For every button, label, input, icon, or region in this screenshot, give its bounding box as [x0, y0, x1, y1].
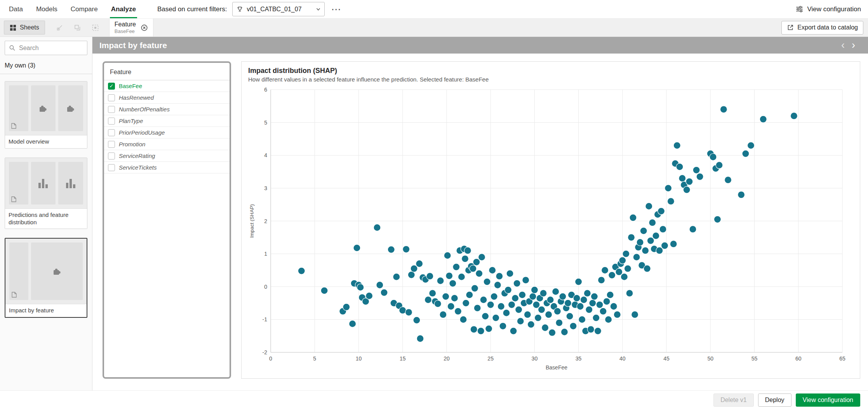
data-point[interactable]	[489, 267, 496, 274]
dock-corner-icon[interactable]	[56, 24, 63, 31]
data-point[interactable]	[628, 234, 635, 241]
feature-checkbox[interactable]	[108, 141, 115, 148]
data-point[interactable]	[614, 311, 621, 318]
data-point[interactable]	[534, 314, 541, 321]
data-point[interactable]	[676, 163, 683, 170]
data-point[interactable]	[408, 271, 415, 278]
feature-row-hasrenewed[interactable]: HasRenewed	[104, 92, 230, 104]
data-point[interactable]	[510, 328, 517, 334]
data-point[interactable]	[591, 293, 598, 300]
data-point[interactable]	[538, 306, 545, 313]
data-point[interactable]	[464, 247, 471, 254]
data-point[interactable]	[575, 278, 582, 285]
data-point[interactable]	[647, 237, 654, 244]
sheet-card[interactable]: Model overview	[5, 81, 87, 149]
data-point[interactable]	[508, 301, 515, 308]
sheet-card[interactable]: Predictions and feature distribution	[5, 158, 87, 229]
data-point[interactable]	[434, 300, 441, 307]
data-point[interactable]	[512, 295, 519, 302]
data-point[interactable]	[437, 277, 444, 284]
data-point[interactable]	[413, 317, 420, 324]
data-point[interactable]	[376, 282, 383, 289]
data-point[interactable]	[579, 316, 586, 323]
more-options-button[interactable]: ⋯	[331, 4, 341, 14]
feature-checkbox[interactable]	[108, 118, 115, 125]
data-point[interactable]	[714, 216, 721, 223]
data-point[interactable]	[470, 265, 477, 272]
data-point[interactable]	[559, 293, 566, 300]
data-point[interactable]	[503, 309, 510, 316]
data-point[interactable]	[499, 322, 506, 329]
data-point[interactable]	[474, 305, 481, 312]
data-point[interactable]	[524, 311, 531, 318]
data-point[interactable]	[689, 226, 696, 233]
view-configuration-link[interactable]: View configuration	[796, 5, 861, 13]
data-point[interactable]	[589, 300, 596, 307]
data-point[interactable]	[602, 267, 609, 274]
data-point[interactable]	[353, 244, 360, 251]
data-point[interactable]	[454, 308, 461, 315]
data-point[interactable]	[696, 173, 703, 180]
view-configuration-button[interactable]: View configuration	[796, 393, 860, 407]
data-point[interactable]	[513, 280, 520, 287]
data-point[interactable]	[492, 314, 499, 321]
data-point[interactable]	[504, 286, 511, 293]
feature-checkbox[interactable]	[108, 153, 115, 159]
data-point[interactable]	[594, 328, 601, 334]
data-point[interactable]	[491, 293, 497, 300]
data-point[interactable]	[649, 219, 656, 226]
data-point[interactable]	[552, 288, 559, 295]
data-point[interactable]	[570, 322, 577, 329]
feature-row-servicerating[interactable]: ServiceRating	[104, 150, 230, 162]
data-point[interactable]	[640, 227, 647, 234]
data-point[interactable]	[554, 308, 561, 315]
data-point[interactable]	[349, 320, 356, 327]
feature-row-promotion[interactable]: Promotion	[104, 139, 230, 150]
feature-checkbox[interactable]	[108, 164, 115, 171]
data-point[interactable]	[670, 241, 677, 248]
data-point[interactable]	[417, 335, 424, 342]
data-point[interactable]	[497, 303, 504, 310]
data-point[interactable]	[725, 177, 732, 184]
data-point[interactable]	[545, 311, 552, 318]
data-point[interactable]	[790, 113, 797, 120]
data-point[interactable]	[388, 246, 395, 253]
data-point[interactable]	[742, 150, 749, 157]
data-point[interactable]	[471, 285, 478, 292]
data-point[interactable]	[460, 316, 467, 323]
data-point[interactable]	[496, 273, 503, 280]
feature-row-servicetickets[interactable]: ServiceTickets	[104, 162, 230, 173]
data-point[interactable]	[716, 162, 723, 169]
data-point[interactable]	[458, 273, 465, 280]
data-point[interactable]	[298, 267, 305, 274]
data-point[interactable]	[542, 324, 549, 331]
data-point[interactable]	[416, 260, 423, 267]
data-point[interactable]	[451, 295, 458, 302]
data-point[interactable]	[517, 318, 524, 325]
data-point[interactable]	[527, 321, 534, 328]
data-point[interactable]	[547, 296, 554, 303]
data-point[interactable]	[679, 175, 686, 182]
chart-plot[interactable]: 05101520253035404550556065-2-10123456Bas…	[248, 84, 853, 373]
search-input[interactable]	[19, 45, 83, 52]
data-point[interactable]	[484, 278, 491, 285]
feature-row-plantype[interactable]: PlanType	[104, 115, 230, 127]
data-point[interactable]	[642, 247, 649, 254]
data-point[interactable]	[462, 255, 469, 262]
data-point[interactable]	[529, 293, 536, 300]
close-tab-icon[interactable]	[141, 24, 148, 31]
shap-scatter-chart[interactable]: 05101520253035404550556065-2-10123456Bas…	[248, 84, 853, 373]
data-point[interactable]	[424, 296, 431, 303]
data-point[interactable]	[631, 311, 638, 318]
data-point[interactable]	[466, 291, 473, 298]
data-point[interactable]	[374, 224, 381, 231]
data-point[interactable]	[522, 277, 529, 284]
feature-checkbox[interactable]	[108, 129, 115, 136]
feature-checkbox[interactable]	[108, 106, 115, 113]
data-point[interactable]	[624, 265, 631, 272]
data-point[interactable]	[482, 313, 489, 320]
data-point[interactable]	[473, 258, 480, 265]
data-point[interactable]	[665, 185, 672, 192]
data-point[interactable]	[686, 178, 693, 185]
data-point[interactable]	[531, 286, 538, 293]
